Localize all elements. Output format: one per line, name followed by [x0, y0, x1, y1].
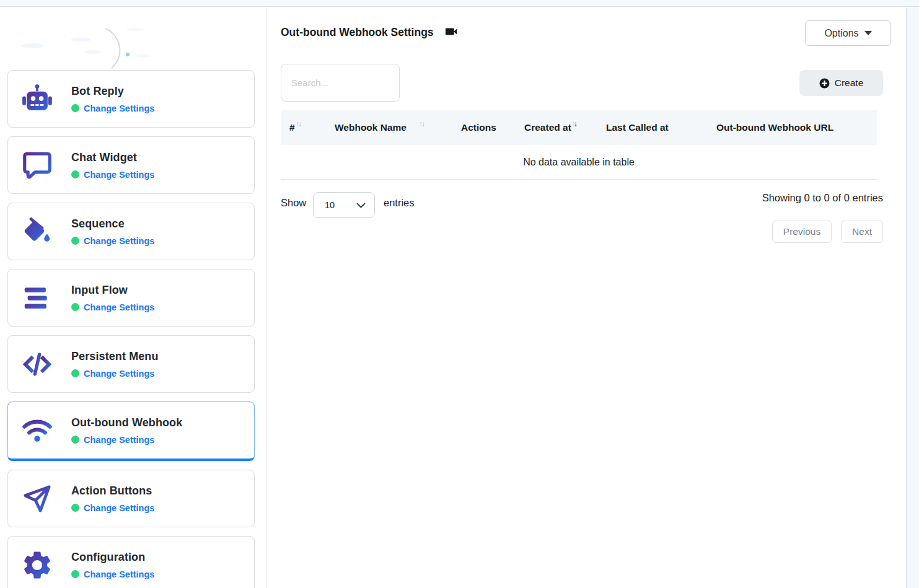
status-dot-icon: [71, 104, 79, 112]
sidebar-item-input-flow[interactable]: Input Flow Change Settings: [7, 269, 255, 327]
right-frame-strip: [906, 7, 919, 588]
next-button[interactable]: Next: [841, 221, 883, 243]
sort-icon: ↑↓: [295, 120, 301, 128]
top-frame-strip: [0, 0, 919, 7]
change-settings-link[interactable]: Change Settings: [84, 103, 154, 113]
empty-message: No data available in table: [523, 157, 635, 168]
sidebar-item-configuration[interactable]: Configuration Change Settings: [7, 536, 255, 588]
settings-sidebar: Bot Reply Change Settings Chat Widget Ch…: [0, 7, 266, 588]
sidebar-item-out-bound-webhook[interactable]: Out-bound Webhook Change Settings: [7, 402, 255, 461]
create-button[interactable]: Create: [799, 70, 883, 96]
gear-icon: [20, 548, 54, 582]
change-settings-link[interactable]: Change Settings: [84, 569, 154, 579]
change-settings-link[interactable]: Change Settings: [84, 170, 154, 180]
sort-icon: ↑↓: [419, 120, 424, 128]
robot-icon: [20, 82, 54, 116]
sidebar-item-bot-reply[interactable]: Bot Reply Change Settings: [7, 70, 255, 128]
pagination-summary: Showing 0 to 0 of 0 entries: [762, 192, 883, 204]
main-content: Out-bound Webhook Settings Options Creat…: [267, 7, 906, 588]
table-header-row: # ↑↓ Webhook Name↑↓ Actions Created at↑↓…: [281, 110, 877, 145]
page-size-value: 10: [325, 200, 335, 210]
column-header-webhook-name[interactable]: Webhook Name↑↓: [335, 110, 424, 145]
sidebar-item-label: Sequence: [71, 217, 154, 230]
sidebar-item-label: Input Flow: [71, 284, 154, 297]
code-icon: [20, 348, 54, 381]
change-settings-link[interactable]: Change Settings: [84, 369, 154, 379]
sidebar-item-sequence[interactable]: Sequence Change Settings: [7, 203, 255, 260]
column-header-index[interactable]: # ↑↓: [289, 110, 301, 145]
sidebar-item-chat-widget[interactable]: Chat Widget Change Settings: [7, 136, 255, 194]
sidebar-item-label: Chat Widget: [71, 151, 154, 164]
sidebar-item-label: Configuration: [71, 551, 154, 564]
chevron-down-icon: [864, 31, 872, 35]
list-bars-icon: [20, 281, 54, 315]
search-input[interactable]: [281, 64, 400, 102]
column-header-actions[interactable]: Actions: [461, 110, 496, 145]
previous-button[interactable]: Previous: [772, 221, 832, 243]
column-header-last-called-at[interactable]: Last Called at: [606, 110, 669, 145]
status-dot-icon: [71, 369, 79, 377]
create-button-label: Create: [835, 77, 864, 89]
sort-desc-icon: ↑↓: [571, 120, 576, 128]
options-button[interactable]: Options: [805, 20, 891, 46]
options-button-label: Options: [824, 28, 858, 39]
sidebar-item-persistent-menu[interactable]: Persistent Menu Change Settings: [7, 335, 255, 393]
entries-label: entries: [384, 197, 415, 209]
chevron-down-icon: [356, 203, 366, 208]
status-dot-icon: [71, 436, 79, 444]
chat-bubble-icon: [20, 149, 54, 182]
change-settings-link[interactable]: Change Settings: [84, 503, 154, 513]
change-settings-link[interactable]: Change Settings: [84, 435, 154, 445]
page-size-select[interactable]: 10: [313, 192, 375, 218]
page-title: Out-bound Webhook Settings: [281, 26, 434, 39]
change-settings-link[interactable]: Change Settings: [84, 302, 154, 312]
sidebar-item-label: Bot Reply: [71, 85, 154, 98]
sidebar-item-label: Out-bound Webhook: [71, 416, 182, 429]
sidebar-item-label: Persistent Menu: [71, 350, 159, 363]
table-empty-row: No data available in table: [281, 145, 877, 180]
sidebar-item-label: Action Buttons: [71, 485, 154, 498]
logo-image: [0, 7, 266, 70]
paper-plane-icon: [20, 482, 54, 516]
status-dot-icon: [71, 504, 79, 512]
column-header-webhook-url[interactable]: Out-bound Webhook URL: [716, 110, 833, 145]
video-camera-icon[interactable]: [445, 26, 459, 37]
sidebar-item-action-buttons[interactable]: Action Buttons Change Settings: [7, 470, 255, 527]
change-settings-link[interactable]: Change Settings: [84, 236, 154, 246]
paint-bucket-icon: [20, 215, 54, 248]
status-dot-icon: [71, 570, 79, 578]
show-label: Show: [281, 197, 306, 209]
plus-circle-icon: [819, 78, 830, 89]
status-dot-icon: [71, 170, 79, 178]
wifi-icon: [20, 414, 54, 447]
status-dot-icon: [71, 303, 79, 311]
status-dot-icon: [71, 237, 79, 245]
column-header-created-at[interactable]: Created at↑↓: [524, 110, 576, 145]
